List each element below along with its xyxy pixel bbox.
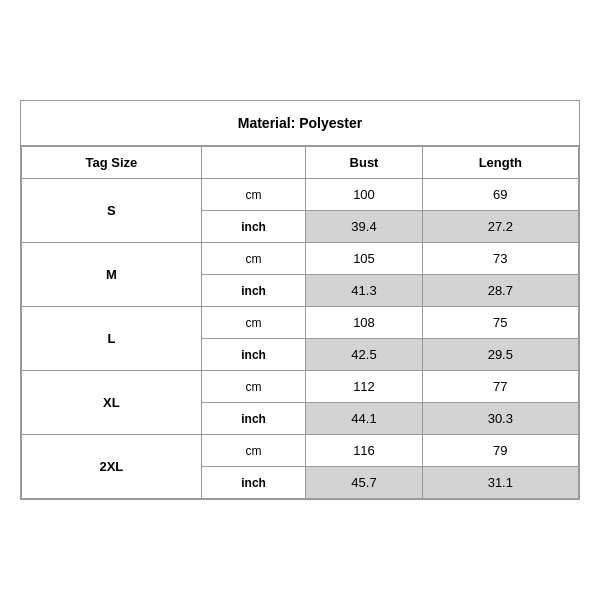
unit-label-cm: cm [201,307,306,339]
bust-inch-value: 45.7 [306,467,422,499]
length-cm-value: 77 [422,371,578,403]
table-row: Scm10069 [22,179,579,211]
table-header: Tag Size Bust Length [22,147,579,179]
length-inch-value: 31.1 [422,467,578,499]
unit-label-inch: inch [201,403,306,435]
bust-inch-value: 41.3 [306,275,422,307]
length-cm-value: 69 [422,179,578,211]
unit-label-inch: inch [201,211,306,243]
length-cm-value: 75 [422,307,578,339]
length-header: Length [422,147,578,179]
table-row: Mcm10573 [22,243,579,275]
bust-cm-value: 112 [306,371,422,403]
tag-size-cell: 2XL [22,435,202,499]
bust-inch-value: 44.1 [306,403,422,435]
chart-title: Material: Polyester [21,101,579,146]
bust-cm-value: 108 [306,307,422,339]
table-row: 2XLcm11679 [22,435,579,467]
unit-label-cm: cm [201,371,306,403]
length-inch-value: 28.7 [422,275,578,307]
unit-label-cm: cm [201,179,306,211]
tag-size-cell: XL [22,371,202,435]
unit-label-cm: cm [201,435,306,467]
bust-cm-value: 100 [306,179,422,211]
bust-inch-value: 42.5 [306,339,422,371]
table-row: XLcm11277 [22,371,579,403]
bust-cm-value: 116 [306,435,422,467]
length-cm-value: 79 [422,435,578,467]
bust-header: Bust [306,147,422,179]
tag-size-header: Tag Size [22,147,202,179]
unit-label-inch: inch [201,339,306,371]
length-inch-value: 30.3 [422,403,578,435]
size-chart: Material: Polyester Tag Size Bust Length… [20,100,580,500]
length-inch-value: 29.5 [422,339,578,371]
bust-inch-value: 39.4 [306,211,422,243]
length-cm-value: 73 [422,243,578,275]
table-row: Lcm10875 [22,307,579,339]
unit-label-inch: inch [201,467,306,499]
tag-size-cell: L [22,307,202,371]
length-inch-value: 27.2 [422,211,578,243]
tag-size-cell: S [22,179,202,243]
bust-cm-value: 105 [306,243,422,275]
empty-header [201,147,306,179]
tag-size-cell: M [22,243,202,307]
unit-label-cm: cm [201,243,306,275]
size-table: Tag Size Bust Length Scm10069inch39.427.… [21,146,579,499]
unit-label-inch: inch [201,275,306,307]
